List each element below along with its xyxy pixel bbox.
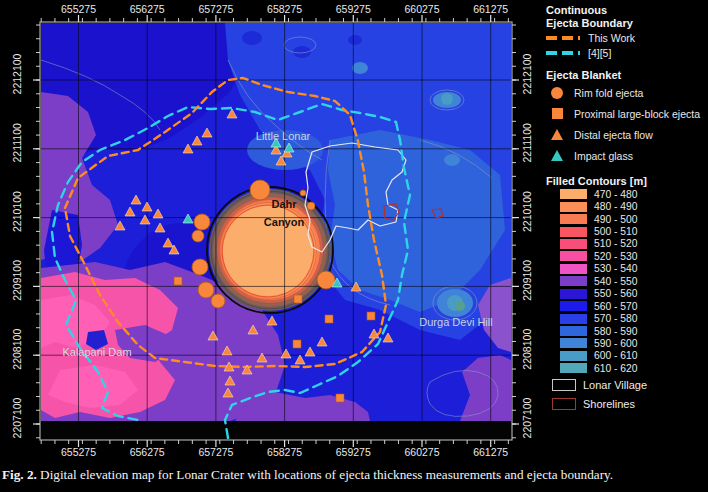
legend-contour-label: 480 - 490 xyxy=(594,201,638,212)
legend-contour-label: 550 - 560 xyxy=(594,288,638,299)
y-axis-label-left: 2208100 xyxy=(11,329,23,370)
legend-blanket-item: Proximal large-block ejecta xyxy=(546,103,706,124)
dashed-line-swatch xyxy=(546,36,580,40)
legend-contour-label: 530 - 540 xyxy=(594,263,638,274)
legend-contours-title: Filled Contours [m] xyxy=(546,175,706,188)
contour-color-swatch xyxy=(560,301,587,311)
proximal-ejecta-marker xyxy=(336,394,344,402)
legend-contour-item: 600 - 610 xyxy=(546,350,706,362)
x-axis-label-bottom: 659275 xyxy=(336,446,371,458)
legend-contour-label: 560 - 570 xyxy=(594,301,638,312)
rim-fold-ejecta-marker xyxy=(192,259,208,275)
outline-box-swatch xyxy=(552,398,576,410)
legend-contour-label: 600 - 610 xyxy=(594,350,638,361)
rim-fold-ejecta-marker xyxy=(192,230,204,242)
place-label-kalapani-dam: Kalapani Dam xyxy=(62,346,131,358)
place-label-dahr-canyon: Canyon xyxy=(264,216,305,228)
legend-contour-item: 570 - 580 xyxy=(546,312,706,324)
legend-blanket-item: Impact glass xyxy=(546,145,706,166)
dashed-line-swatch xyxy=(546,51,580,55)
x-axis-label-bottom: 657275 xyxy=(198,446,233,458)
square-marker-icon xyxy=(546,108,568,119)
legend-outline-item: Lonar Village xyxy=(546,377,706,394)
contour-color-swatch xyxy=(560,326,587,336)
legend-outline-label: Shorelines xyxy=(583,398,635,410)
rim-fold-ejecta-marker xyxy=(198,282,214,298)
legend-blanket-label: Rim fold ejecta xyxy=(574,87,643,99)
figure-caption: Fig. 2. Digital elevation map for Lonar … xyxy=(2,467,707,482)
legend-contour-label: 500 - 510 xyxy=(594,226,638,237)
place-label-durga-devi-hill: Durga Devi Hill xyxy=(419,316,492,328)
contour-color-swatch xyxy=(560,189,587,199)
contour-color-swatch xyxy=(560,227,587,237)
y-axis-label-left: 2210100 xyxy=(11,191,23,232)
contour-color-swatch xyxy=(560,202,587,212)
contour-color-swatch xyxy=(560,276,587,286)
place-label-dahr-canyon: Dahr xyxy=(271,198,297,210)
rim-fold-ejecta-marker xyxy=(194,214,210,230)
proximal-ejecta-marker xyxy=(294,295,302,303)
proximal-ejecta-marker xyxy=(325,315,333,323)
rim-fold-ejecta-marker xyxy=(307,202,315,210)
legend-blanket-label: Proximal large-block ejecta xyxy=(574,108,700,120)
legend-boundary-title-1: Continuous xyxy=(546,4,706,17)
y-axis-label-right: 2209100 xyxy=(521,260,533,301)
legend-contour-label: 540 - 550 xyxy=(594,276,638,287)
contour-color-swatch xyxy=(560,264,587,274)
y-axis-label-right: 2212100 xyxy=(521,53,533,94)
caption-figure-number: Fig. 2. xyxy=(2,467,37,482)
legend-contour-label: 470 - 480 xyxy=(594,189,638,200)
legend-contour-item: 540 - 550 xyxy=(546,275,706,287)
legend-contour-item: 560 - 570 xyxy=(546,300,706,312)
triangle-marker-icon xyxy=(546,129,568,140)
caption-text: Digital elevation map for Lonar Crater w… xyxy=(37,467,613,482)
rim-fold-ejecta-marker xyxy=(250,180,270,200)
triangle-marker-icon xyxy=(546,150,568,161)
proximal-ejecta-marker xyxy=(174,277,182,285)
contour-color-swatch xyxy=(560,239,587,249)
contour-color-swatch xyxy=(560,289,587,299)
x-axis-label-top: 658275 xyxy=(267,3,302,15)
legend-contour-item: 500 - 510 xyxy=(546,225,706,237)
x-axis-label-top: 657275 xyxy=(198,3,233,15)
contour-color-swatch xyxy=(560,338,587,348)
legend-contour-label: 490 - 500 xyxy=(594,214,638,225)
x-axis-label-bottom: 660275 xyxy=(404,446,439,458)
proximal-ejecta-marker xyxy=(367,312,375,320)
figure-page: { "figure": { "caption_prefix": "Fig. 2.… xyxy=(0,0,708,492)
legend-blanket-item: Distal ejecta flow xyxy=(546,124,706,145)
x-axis-label-bottom: 658275 xyxy=(267,446,302,458)
legend-contour-item: 590 - 600 xyxy=(546,337,706,349)
legend-contour-item: 490 - 500 xyxy=(546,213,706,225)
contour-color-swatch xyxy=(560,251,587,261)
rim-fold-ejecta-marker xyxy=(211,294,225,308)
x-axis-label-top: 659275 xyxy=(336,3,371,15)
contour-color-swatch xyxy=(560,214,587,224)
x-axis-label-bottom: 655275 xyxy=(61,446,96,458)
legend-contour-label: 590 - 600 xyxy=(594,338,638,349)
legend-boundary-item: This Work xyxy=(546,30,706,45)
x-axis-label-top: 655275 xyxy=(61,3,96,15)
square-glyph xyxy=(552,108,563,119)
y-axis-label-right: 2207100 xyxy=(521,397,533,438)
legend-contour-label: 570 - 580 xyxy=(594,313,638,324)
legend-blanket-label: Distal ejecta flow xyxy=(574,129,653,141)
x-axis-label-bottom: 661275 xyxy=(473,446,508,458)
legend-contour-label: 510 - 520 xyxy=(594,238,638,249)
legend-contour-label: 520 - 530 xyxy=(594,251,638,262)
place-label-little-lonar: Little Lonar xyxy=(256,130,311,142)
legend-contour-item: 480 - 490 xyxy=(546,200,706,212)
legend-contour-item: 510 - 520 xyxy=(546,238,706,250)
legend-blanket-label: Impact glass xyxy=(574,150,633,162)
y-axis-label-right: 2210100 xyxy=(521,191,533,232)
legend-contour-label: 610 - 620 xyxy=(594,363,638,374)
legend-contour-item: 550 - 560 xyxy=(546,288,706,300)
outline-box-swatch xyxy=(552,379,576,391)
legend-outline-label: Lonar Village xyxy=(583,379,647,391)
circle-glyph xyxy=(551,87,563,99)
legend-boundary-item: [4][5] xyxy=(546,45,706,60)
y-axis-label-right: 2208100 xyxy=(521,329,533,370)
legend-contour-item: 530 - 540 xyxy=(546,263,706,275)
y-axis-label-left: 2209100 xyxy=(11,260,23,301)
contour-color-swatch xyxy=(560,314,587,324)
